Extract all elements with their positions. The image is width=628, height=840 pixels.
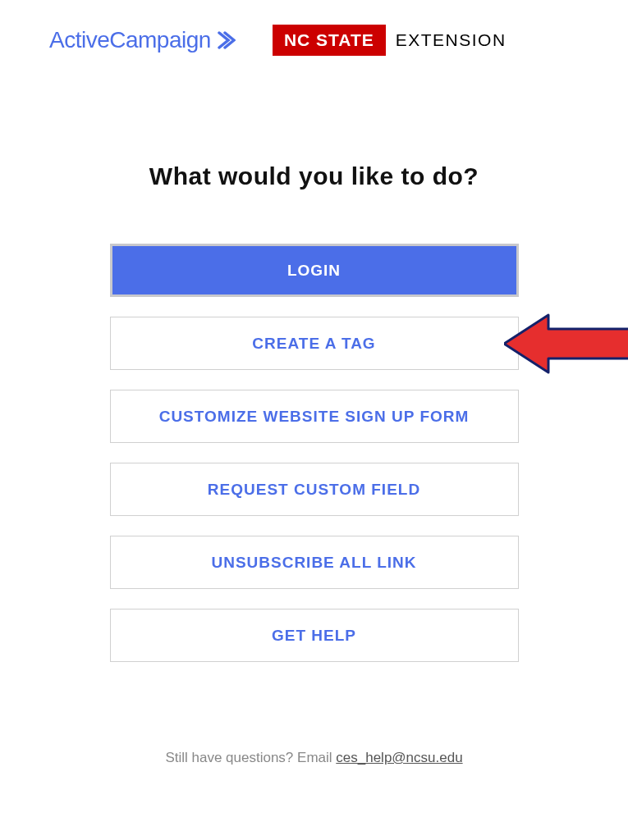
red-arrow-annotation-icon (504, 313, 629, 374)
request-custom-field-button-label: REQUEST CUSTOM FIELD (208, 481, 420, 499)
request-custom-field-button[interactable]: REQUEST CUSTOM FIELD (110, 463, 519, 516)
activecampaign-arrow-icon (218, 30, 236, 50)
activecampaign-logo: ActiveCampaign (49, 27, 236, 53)
create-tag-button-label: CREATE A TAG (252, 335, 375, 353)
header: ActiveCampaign NC STATE EXTENSION (0, 0, 628, 72)
extension-label: EXTENSION (386, 30, 507, 50)
button-list: LOGIN CREATE A TAG CUSTOMIZE WEBSITE SIG… (0, 244, 628, 662)
customize-form-button[interactable]: CUSTOMIZE WEBSITE SIGN UP FORM (110, 390, 519, 443)
svg-marker-0 (504, 315, 629, 372)
page-heading: What would you like to do? (0, 162, 628, 190)
footer-prefix: Still have questions? Email (165, 750, 336, 765)
unsubscribe-all-link-button-label: UNSUBSCRIBE ALL LINK (211, 554, 416, 572)
get-help-button-label: GET HELP (272, 627, 356, 645)
footer: Still have questions? Email ces_help@ncs… (0, 750, 628, 766)
login-button[interactable]: LOGIN (110, 244, 519, 297)
footer-email-link[interactable]: ces_help@ncsu.edu (336, 750, 462, 765)
create-tag-button[interactable]: CREATE A TAG (110, 317, 519, 370)
ncstate-badge: NC STATE (273, 25, 386, 56)
main-content: What would you like to do? LOGIN CREATE … (0, 162, 628, 662)
unsubscribe-all-link-button[interactable]: UNSUBSCRIBE ALL LINK (110, 536, 519, 589)
activecampaign-logo-text: ActiveCampaign (49, 27, 211, 53)
login-button-label: LOGIN (287, 262, 341, 280)
ncstate-extension-logo: NC STATE EXTENSION (273, 25, 507, 56)
get-help-button[interactable]: GET HELP (110, 609, 519, 662)
customize-form-button-label: CUSTOMIZE WEBSITE SIGN UP FORM (159, 408, 470, 426)
